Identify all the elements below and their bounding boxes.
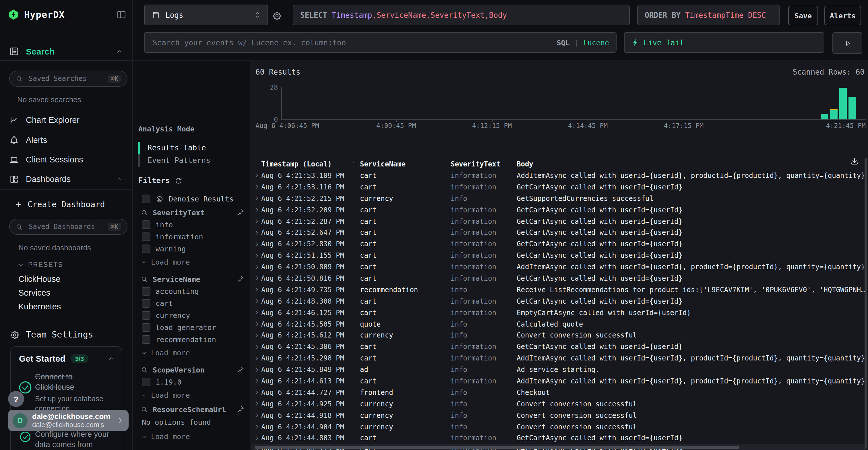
column-header-body[interactable]: Body <box>517 160 866 168</box>
histogram-bar[interactable] <box>821 114 828 119</box>
lang-sql-toggle[interactable]: SQL <box>557 38 569 47</box>
table-row[interactable]: Aug 6 4:21:52.209 PM cart information Ge… <box>251 204 866 216</box>
load-more-button[interactable]: Load more <box>138 430 246 443</box>
user-account-chip[interactable]: D dale@clickhouse.com dale@clickhouse.co… <box>8 410 129 431</box>
lang-lucene-toggle[interactable]: Lucene <box>583 38 609 47</box>
row-expand-chevron-icon[interactable] <box>251 287 261 292</box>
row-expand-chevron-icon[interactable] <box>251 379 261 384</box>
mode-results-table[interactable]: Results Table <box>138 142 245 154</box>
column-header-timestamp[interactable]: Timestamp (Local) <box>261 160 360 168</box>
filter-option-checkbox[interactable] <box>142 245 150 253</box>
filter-option-checkbox[interactable] <box>142 323 150 332</box>
table-row[interactable]: Aug 6 4:21:50.816 PM cart information Ge… <box>251 272 866 284</box>
get-started-step3-title[interactable]: Configure where your data comes from <box>35 429 121 450</box>
live-tail-button[interactable]: Live Tail <box>624 32 825 53</box>
alerts-button[interactable]: Alerts <box>825 6 861 25</box>
table-row[interactable]: Aug 6 4:21:50.809 PM cart information Ad… <box>251 261 866 272</box>
run-query-play-button[interactable] <box>832 32 862 54</box>
row-expand-chevron-icon[interactable] <box>251 185 261 190</box>
saved-dashboards-input[interactable]: ⌘K <box>9 219 127 235</box>
saved-searches-field[interactable] <box>28 74 108 83</box>
histogram-bar[interactable] <box>848 97 856 119</box>
pin-icon[interactable] <box>237 275 245 283</box>
sidebar-preset-link[interactable]: Kubernetes <box>19 300 61 313</box>
table-row[interactable]: Aug 6 4:21:44.803 PM cart information Ge… <box>251 432 866 444</box>
table-row[interactable]: Aug 6 4:21:49.735 PM recommendation info… <box>251 284 866 296</box>
histogram-bar[interactable] <box>839 88 847 119</box>
source-settings-gear-icon[interactable] <box>270 9 283 22</box>
presets-toggle[interactable]: PRESETS <box>18 261 63 268</box>
table-row[interactable]: Aug 6 4:21:44.925 PM currency info Conve… <box>251 398 866 410</box>
table-row[interactable]: Aug 6 4:21:45.505 PM quote info Calculat… <box>251 318 866 330</box>
row-expand-chevron-icon[interactable] <box>251 242 261 247</box>
save-button[interactable]: Save <box>788 6 818 25</box>
table-row[interactable]: Aug 6 4:21:53.116 PM cart information Ge… <box>251 181 866 193</box>
sidebar-item-search[interactable]: Search <box>0 42 132 61</box>
search-icon[interactable] <box>141 406 148 413</box>
select-columns-input[interactable]: SELECT Timestamp ,ServiceName,SeverityTe… <box>293 5 630 25</box>
table-row[interactable]: Aug 6 4:21:46.125 PM cart information Em… <box>251 307 866 318</box>
table-row[interactable]: Aug 6 4:21:52.215 PM currency info GetSu… <box>251 193 866 204</box>
histogram-bar[interactable] <box>830 109 838 119</box>
filter-option[interactable]: information <box>138 231 246 243</box>
filter-option[interactable]: 1.19.0 <box>138 376 246 388</box>
filter-option[interactable]: currency <box>138 309 246 321</box>
table-row[interactable]: Aug 6 4:21:52.830 PM cart information Ge… <box>251 238 866 250</box>
help-button[interactable]: ? <box>8 391 24 407</box>
search-icon[interactable] <box>141 208 148 216</box>
sidebar-item-client-sessions[interactable]: Client Sessions <box>0 150 132 169</box>
filter-option[interactable]: cart <box>138 297 246 309</box>
create-dashboard-button[interactable]: Create Dashboard <box>15 197 105 211</box>
row-expand-chevron-icon[interactable] <box>251 356 261 361</box>
sidebar-item-team-settings[interactable]: Team Settings <box>0 326 132 343</box>
row-expand-chevron-icon[interactable] <box>251 207 261 213</box>
orderby-input[interactable]: ORDER BY TimestampTime DESC <box>637 5 780 25</box>
row-expand-chevron-icon[interactable] <box>251 390 261 395</box>
table-row[interactable]: Aug 6 4:21:52.287 PM cart information Ge… <box>251 216 866 227</box>
table-row[interactable]: Aug 6 4:21:45.306 PM cart information Ge… <box>251 341 866 353</box>
horizontal-scrollbar[interactable] <box>255 446 739 449</box>
filter-option[interactable]: recommendation <box>138 333 246 346</box>
filter-option-checkbox[interactable] <box>142 335 150 344</box>
saved-searches-input[interactable]: ⌘K <box>9 71 127 87</box>
filter-option[interactable]: load-generator <box>138 321 246 333</box>
sidebar-item-dashboards[interactable]: Dashboards <box>0 170 132 188</box>
row-expand-chevron-icon[interactable] <box>251 413 261 418</box>
sidebar-item-alerts[interactable]: Alerts <box>0 131 132 149</box>
filter-option-checkbox[interactable] <box>142 287 150 296</box>
table-row[interactable]: Aug 6 4:21:52.647 PM cart information Ge… <box>251 227 866 238</box>
row-expand-chevron-icon[interactable] <box>251 276 261 281</box>
denoise-results-row[interactable]: Denoise Results <box>142 195 234 203</box>
filter-option-checkbox[interactable] <box>142 311 150 320</box>
filter-option-checkbox[interactable] <box>142 232 150 241</box>
table-row[interactable]: Aug 6 4:21:45.612 PM currency info Conve… <box>251 330 866 341</box>
load-more-button[interactable]: Load more <box>138 256 246 268</box>
filter-option[interactable]: warning <box>138 243 246 255</box>
denoise-checkbox[interactable] <box>142 195 150 203</box>
saved-dashboards-field[interactable] <box>28 222 108 231</box>
row-expand-chevron-icon[interactable] <box>251 196 261 201</box>
filter-option-checkbox[interactable] <box>142 220 150 229</box>
search-events-input[interactable]: SQL | Lucene <box>144 32 617 53</box>
table-row[interactable]: Aug 6 4:21:44.613 PM cart information Ad… <box>251 375 866 387</box>
filter-option-checkbox[interactable] <box>142 299 150 308</box>
row-expand-chevron-icon[interactable] <box>251 424 261 429</box>
get-started-step1-title[interactable]: Connect to ClickHouse <box>35 372 99 393</box>
sidebar-preset-link[interactable]: Services <box>19 286 50 300</box>
row-expand-chevron-icon[interactable] <box>251 253 261 258</box>
filter-option[interactable]: info <box>138 219 246 231</box>
row-expand-chevron-icon[interactable] <box>251 401 261 407</box>
filter-option[interactable]: accounting <box>138 285 246 297</box>
table-row[interactable]: Aug 6 4:21:48.308 PM cart information Ge… <box>251 296 866 307</box>
column-header-servicename[interactable]: ServiceName <box>360 160 451 168</box>
sidebar-item-chart-explorer[interactable]: Chart Explorer <box>0 111 132 129</box>
load-more-button[interactable]: Load more <box>138 347 246 359</box>
sidebar-preset-link[interactable]: ClickHouse <box>19 272 61 286</box>
chevron-up-icon[interactable] <box>108 355 115 362</box>
row-expand-chevron-icon[interactable] <box>251 436 261 441</box>
row-expand-chevron-icon[interactable] <box>251 344 261 350</box>
row-expand-chevron-icon[interactable] <box>251 173 261 178</box>
column-header-severitytext[interactable]: SeverityText <box>451 160 517 168</box>
search-icon[interactable] <box>141 366 148 374</box>
table-row[interactable]: Aug 6 4:21:51.155 PM cart information Ge… <box>251 250 866 261</box>
